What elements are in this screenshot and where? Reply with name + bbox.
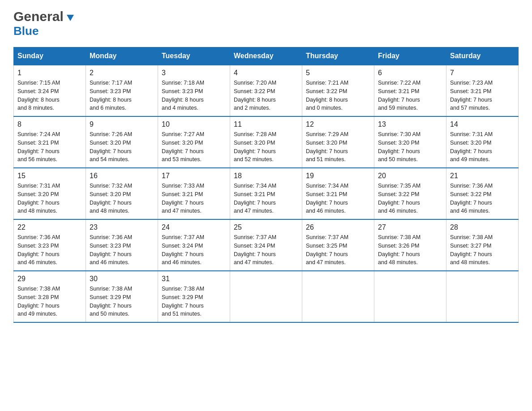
day-info: Sunrise: 7:37 AMSunset: 3:24 PMDaylight:… <box>234 233 298 267</box>
calendar-week-row: 15 Sunrise: 7:31 AMSunset: 3:20 PMDaylig… <box>14 168 519 219</box>
calendar-cell: 8 Sunrise: 7:24 AMSunset: 3:21 PMDayligh… <box>14 116 86 168</box>
day-info: Sunrise: 7:26 AMSunset: 3:20 PMDaylight:… <box>90 130 154 164</box>
day-number: 2 <box>90 69 154 77</box>
calendar-cell <box>302 271 374 322</box>
day-number: 1 <box>17 69 82 77</box>
day-number: 29 <box>17 275 82 283</box>
calendar-cell: 17 Sunrise: 7:33 AMSunset: 3:21 PMDaylig… <box>158 168 230 219</box>
calendar-cell: 5 Sunrise: 7:21 AMSunset: 3:22 PMDayligh… <box>302 65 374 116</box>
calendar-cell: 28 Sunrise: 7:38 AMSunset: 3:27 PMDaylig… <box>446 219 519 271</box>
weekday-header-thursday: Thursday <box>302 47 374 65</box>
weekday-header-friday: Friday <box>374 47 446 65</box>
calendar-cell: 15 Sunrise: 7:31 AMSunset: 3:20 PMDaylig… <box>14 168 86 219</box>
calendar-cell: 12 Sunrise: 7:29 AMSunset: 3:20 PMDaylig… <box>302 116 374 168</box>
calendar-week-row: 1 Sunrise: 7:15 AMSunset: 3:24 PMDayligh… <box>14 65 519 116</box>
calendar-cell: 14 Sunrise: 7:31 AMSunset: 3:20 PMDaylig… <box>446 116 519 168</box>
day-info: Sunrise: 7:21 AMSunset: 3:22 PMDaylight:… <box>306 79 370 112</box>
calendar-cell: 19 Sunrise: 7:34 AMSunset: 3:21 PMDaylig… <box>302 168 374 219</box>
day-number: 6 <box>378 69 442 77</box>
day-number: 24 <box>162 223 226 231</box>
day-info: Sunrise: 7:24 AMSunset: 3:21 PMDaylight:… <box>17 130 82 164</box>
day-number: 16 <box>90 172 154 180</box>
day-number: 21 <box>450 172 515 180</box>
calendar-cell: 20 Sunrise: 7:35 AMSunset: 3:22 PMDaylig… <box>374 168 446 219</box>
calendar-cell: 9 Sunrise: 7:26 AMSunset: 3:20 PMDayligh… <box>86 116 158 168</box>
day-number: 12 <box>306 120 370 128</box>
day-info: Sunrise: 7:15 AMSunset: 3:24 PMDaylight:… <box>17 79 82 112</box>
calendar-cell: 2 Sunrise: 7:17 AMSunset: 3:23 PMDayligh… <box>86 65 158 116</box>
logo-blue-text: Blue <box>13 24 39 38</box>
calendar-week-row: 29 Sunrise: 7:38 AMSunset: 3:28 PMDaylig… <box>14 271 519 322</box>
calendar-cell <box>230 271 302 322</box>
calendar-cell <box>446 271 519 322</box>
day-number: 13 <box>378 120 442 128</box>
calendar-cell: 11 Sunrise: 7:28 AMSunset: 3:20 PMDaylig… <box>230 116 302 168</box>
calendar-cell: 10 Sunrise: 7:27 AMSunset: 3:20 PMDaylig… <box>158 116 230 168</box>
day-info: Sunrise: 7:37 AMSunset: 3:24 PMDaylight:… <box>162 233 226 267</box>
calendar-cell: 7 Sunrise: 7:23 AMSunset: 3:21 PMDayligh… <box>446 65 519 116</box>
logo: General Blue <box>13 9 75 38</box>
calendar-cell: 23 Sunrise: 7:36 AMSunset: 3:23 PMDaylig… <box>86 219 158 271</box>
day-info: Sunrise: 7:36 AMSunset: 3:23 PMDaylight:… <box>17 233 82 267</box>
day-info: Sunrise: 7:17 AMSunset: 3:23 PMDaylight:… <box>90 79 154 112</box>
calendar-cell: 6 Sunrise: 7:22 AMSunset: 3:21 PMDayligh… <box>374 65 446 116</box>
day-number: 15 <box>17 172 82 180</box>
calendar-body: 1 Sunrise: 7:15 AMSunset: 3:24 PMDayligh… <box>14 65 519 322</box>
day-number: 18 <box>234 172 298 180</box>
calendar-week-row: 22 Sunrise: 7:36 AMSunset: 3:23 PMDaylig… <box>14 219 519 271</box>
day-number: 31 <box>162 275 226 283</box>
calendar-week-row: 8 Sunrise: 7:24 AMSunset: 3:21 PMDayligh… <box>14 116 519 168</box>
calendar-cell: 18 Sunrise: 7:34 AMSunset: 3:21 PMDaylig… <box>230 168 302 219</box>
calendar-cell: 24 Sunrise: 7:37 AMSunset: 3:24 PMDaylig… <box>158 219 230 271</box>
page-header: General Blue <box>13 9 519 38</box>
day-info: Sunrise: 7:20 AMSunset: 3:22 PMDaylight:… <box>234 79 298 112</box>
day-number: 17 <box>162 172 226 180</box>
day-number: 7 <box>450 69 515 77</box>
calendar-cell: 26 Sunrise: 7:37 AMSunset: 3:25 PMDaylig… <box>302 219 374 271</box>
calendar-cell: 31 Sunrise: 7:38 AMSunset: 3:29 PMDaylig… <box>158 271 230 322</box>
calendar-cell <box>374 271 446 322</box>
day-info: Sunrise: 7:18 AMSunset: 3:23 PMDaylight:… <box>162 79 226 112</box>
weekday-header-sunday: Sunday <box>14 47 86 65</box>
day-number: 26 <box>306 223 370 231</box>
logo-triangle-icon <box>66 13 75 24</box>
day-info: Sunrise: 7:33 AMSunset: 3:21 PMDaylight:… <box>162 182 226 215</box>
weekday-header-saturday: Saturday <box>446 47 519 65</box>
day-number: 4 <box>234 69 298 77</box>
calendar-cell: 25 Sunrise: 7:37 AMSunset: 3:24 PMDaylig… <box>230 219 302 271</box>
day-info: Sunrise: 7:28 AMSunset: 3:20 PMDaylight:… <box>234 130 298 164</box>
calendar-cell: 3 Sunrise: 7:18 AMSunset: 3:23 PMDayligh… <box>158 65 230 116</box>
day-number: 10 <box>162 120 226 128</box>
weekday-header-row: SundayMondayTuesdayWednesdayThursdayFrid… <box>14 47 519 65</box>
day-number: 8 <box>17 120 82 128</box>
day-info: Sunrise: 7:31 AMSunset: 3:20 PMDaylight:… <box>17 182 82 215</box>
day-info: Sunrise: 7:30 AMSunset: 3:20 PMDaylight:… <box>378 130 442 164</box>
day-number: 3 <box>162 69 226 77</box>
day-number: 11 <box>234 120 298 128</box>
calendar-cell: 21 Sunrise: 7:36 AMSunset: 3:22 PMDaylig… <box>446 168 519 219</box>
weekday-header-tuesday: Tuesday <box>158 47 230 65</box>
calendar-table: SundayMondayTuesdayWednesdayThursdayFrid… <box>13 47 519 323</box>
day-info: Sunrise: 7:23 AMSunset: 3:21 PMDaylight:… <box>450 79 515 112</box>
day-info: Sunrise: 7:38 AMSunset: 3:29 PMDaylight:… <box>90 285 154 318</box>
day-number: 27 <box>378 223 442 231</box>
calendar-cell: 13 Sunrise: 7:30 AMSunset: 3:20 PMDaylig… <box>374 116 446 168</box>
weekday-header-monday: Monday <box>86 47 158 65</box>
day-number: 19 <box>306 172 370 180</box>
day-info: Sunrise: 7:36 AMSunset: 3:23 PMDaylight:… <box>90 233 154 267</box>
calendar-cell: 16 Sunrise: 7:32 AMSunset: 3:20 PMDaylig… <box>86 168 158 219</box>
calendar-cell: 29 Sunrise: 7:38 AMSunset: 3:28 PMDaylig… <box>14 271 86 322</box>
day-info: Sunrise: 7:34 AMSunset: 3:21 PMDaylight:… <box>306 182 370 215</box>
day-info: Sunrise: 7:32 AMSunset: 3:20 PMDaylight:… <box>90 182 154 215</box>
day-number: 9 <box>90 120 154 128</box>
day-info: Sunrise: 7:36 AMSunset: 3:22 PMDaylight:… <box>450 182 515 215</box>
day-number: 20 <box>378 172 442 180</box>
day-info: Sunrise: 7:27 AMSunset: 3:20 PMDaylight:… <box>162 130 226 164</box>
day-number: 23 <box>90 223 154 231</box>
calendar-cell: 27 Sunrise: 7:38 AMSunset: 3:26 PMDaylig… <box>374 219 446 271</box>
day-info: Sunrise: 7:38 AMSunset: 3:27 PMDaylight:… <box>450 233 515 267</box>
day-info: Sunrise: 7:22 AMSunset: 3:21 PMDaylight:… <box>378 79 442 112</box>
day-info: Sunrise: 7:34 AMSunset: 3:21 PMDaylight:… <box>234 182 298 215</box>
day-number: 28 <box>450 223 515 231</box>
day-info: Sunrise: 7:37 AMSunset: 3:25 PMDaylight:… <box>306 233 370 267</box>
